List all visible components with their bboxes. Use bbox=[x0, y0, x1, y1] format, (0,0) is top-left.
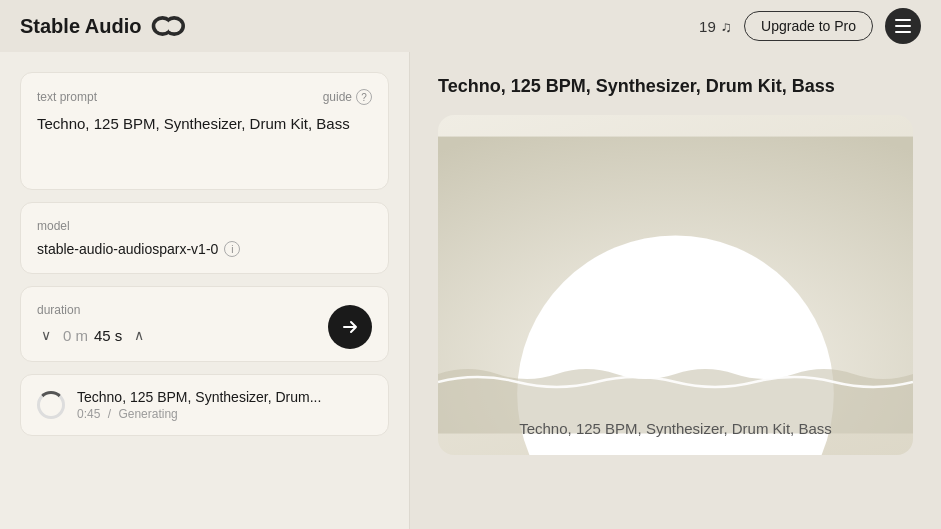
menu-line-3 bbox=[895, 31, 911, 33]
generation-item[interactable]: Techno, 125 BPM, Synthesizer, Drum... 0:… bbox=[20, 374, 389, 436]
left-panel: text prompt guide ? Techno, 125 BPM, Syn… bbox=[0, 52, 410, 529]
prompt-label-row: text prompt guide ? bbox=[37, 89, 372, 105]
model-name-text: stable-audio-audiosparx-v1-0 bbox=[37, 241, 218, 257]
duration-increase-button[interactable]: ∧ bbox=[130, 325, 148, 345]
model-label: model bbox=[37, 219, 70, 233]
track-title: Techno, 125 BPM, Synthesizer, Drum Kit, … bbox=[438, 76, 913, 97]
svg-point-3 bbox=[167, 20, 181, 33]
artwork-container: Techno, 125 BPM, Synthesizer, Drum Kit, … bbox=[438, 115, 913, 455]
generation-duration: 0:45 bbox=[77, 407, 100, 421]
prompt-label: text prompt bbox=[37, 90, 97, 104]
prompt-section: text prompt guide ? Techno, 125 BPM, Syn… bbox=[20, 72, 389, 190]
generation-meta: 0:45 / Generating bbox=[77, 407, 372, 421]
app-title: Stable Audio bbox=[20, 15, 141, 38]
guide-icon: ? bbox=[356, 89, 372, 105]
logo-icon bbox=[149, 16, 185, 36]
model-section: model stable-audio-audiosparx-v1-0 i bbox=[20, 202, 389, 274]
right-panel: Techno, 125 BPM, Synthesizer, Drum Kit, … bbox=[410, 52, 941, 529]
model-name-row: stable-audio-audiosparx-v1-0 i bbox=[37, 241, 372, 257]
menu-line-2 bbox=[895, 25, 911, 27]
music-note-icon: ♫ bbox=[721, 18, 732, 35]
menu-line-1 bbox=[895, 19, 911, 21]
generation-title: Techno, 125 BPM, Synthesizer, Drum... bbox=[77, 389, 372, 405]
main-content: text prompt guide ? Techno, 125 BPM, Syn… bbox=[0, 52, 941, 529]
duration-controls: ∨ 0 m 45 s ∧ bbox=[37, 325, 372, 345]
prompt-text[interactable]: Techno, 125 BPM, Synthesizer, Drum Kit, … bbox=[37, 113, 372, 173]
duration-section: duration ∨ 0 m 45 s ∧ bbox=[20, 286, 389, 362]
menu-button[interactable] bbox=[885, 8, 921, 44]
header-left: Stable Audio bbox=[20, 15, 185, 38]
duration-value: 0 m 45 s bbox=[63, 327, 122, 344]
loading-spinner bbox=[37, 391, 65, 419]
artwork-caption: Techno, 125 BPM, Synthesizer, Drum Kit, … bbox=[438, 420, 913, 437]
header: Stable Audio 19 ♫ Upgrade to Pro bbox=[0, 0, 941, 52]
duration-seconds: 45 s bbox=[94, 327, 122, 344]
header-right: 19 ♫ Upgrade to Pro bbox=[699, 8, 921, 44]
generation-info: Techno, 125 BPM, Synthesizer, Drum... 0:… bbox=[77, 389, 372, 421]
duration-label: duration bbox=[37, 303, 80, 317]
duration-minutes: 0 m bbox=[63, 327, 88, 344]
guide-link[interactable]: guide ? bbox=[323, 89, 372, 105]
generation-status: Generating bbox=[118, 407, 177, 421]
gen-separator: / bbox=[108, 407, 115, 421]
artwork-svg bbox=[438, 115, 913, 455]
generate-button[interactable] bbox=[328, 305, 372, 349]
credits-display: 19 ♫ bbox=[699, 18, 732, 35]
model-info-icon[interactable]: i bbox=[224, 241, 240, 257]
credits-count: 19 bbox=[699, 18, 716, 35]
guide-label: guide bbox=[323, 90, 352, 104]
arrow-right-icon bbox=[341, 318, 359, 336]
duration-decrease-button[interactable]: ∨ bbox=[37, 325, 55, 345]
upgrade-button[interactable]: Upgrade to Pro bbox=[744, 11, 873, 41]
